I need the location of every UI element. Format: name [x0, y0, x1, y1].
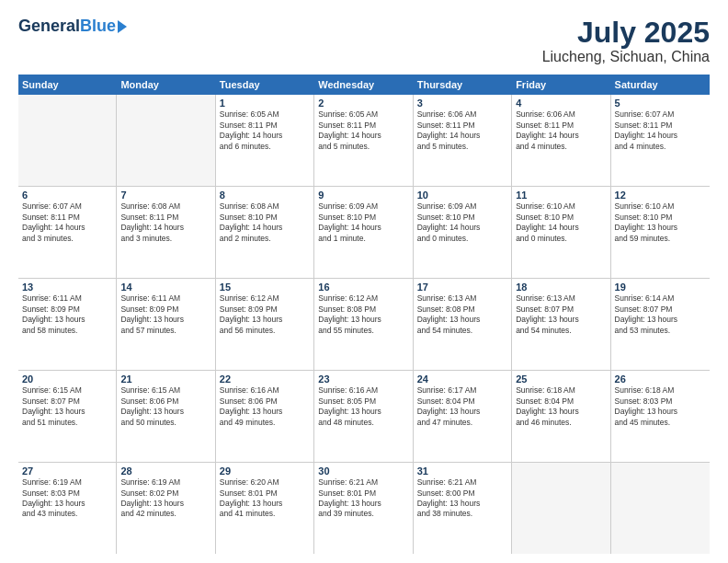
cell-line: and 39 minutes.	[318, 509, 408, 519]
calendar-cell: 25Sunrise: 6:18 AMSunset: 8:04 PMDayligh…	[512, 371, 610, 462]
cell-line: Sunset: 8:01 PM	[318, 488, 408, 499]
cell-line: Sunrise: 6:13 AM	[516, 293, 606, 304]
day-number: 30	[318, 465, 408, 477]
calendar-cell: 1Sunrise: 6:05 AMSunset: 8:11 PMDaylight…	[216, 95, 314, 186]
calendar-cell: 11Sunrise: 6:10 AMSunset: 8:10 PMDayligh…	[512, 187, 610, 278]
cell-line: Sunset: 8:08 PM	[417, 304, 507, 315]
cell-line: Sunrise: 6:05 AM	[220, 109, 310, 120]
cell-line: Sunrise: 6:05 AM	[318, 109, 408, 120]
main-title: July 2025	[542, 17, 710, 49]
day-number: 8	[220, 190, 310, 201]
calendar-cell: 16Sunrise: 6:12 AMSunset: 8:08 PMDayligh…	[314, 279, 413, 370]
cell-line: Daylight: 13 hours	[22, 315, 112, 325]
calendar-cell: 20Sunrise: 6:15 AMSunset: 8:07 PMDayligh…	[18, 371, 117, 462]
cell-line: Sunset: 8:02 PM	[120, 488, 210, 499]
weekday-header-sunday: Sunday	[18, 75, 117, 95]
day-number: 21	[120, 373, 210, 385]
calendar-cell: 18Sunrise: 6:13 AMSunset: 8:07 PMDayligh…	[512, 279, 610, 370]
calendar-cell: 8Sunrise: 6:08 AMSunset: 8:10 PMDaylight…	[216, 187, 314, 278]
cell-line: Daylight: 14 hours	[516, 223, 606, 233]
day-number: 28	[120, 465, 210, 477]
cell-line: Daylight: 13 hours	[516, 315, 606, 325]
cell-line: Sunrise: 6:19 AM	[120, 477, 210, 488]
calendar-cell	[611, 463, 710, 554]
cell-line: Sunset: 8:11 PM	[22, 213, 112, 223]
cell-line: Sunset: 8:07 PM	[516, 304, 606, 315]
cell-line: Daylight: 13 hours	[120, 407, 210, 417]
cell-line: Sunrise: 6:18 AM	[516, 385, 606, 396]
day-number: 24	[417, 373, 507, 385]
cell-line: Sunrise: 6:14 AM	[615, 293, 706, 304]
logo-text: General Blue	[18, 17, 127, 36]
day-number: 16	[318, 282, 408, 293]
cell-line: Sunrise: 6:15 AM	[120, 385, 210, 396]
cell-line: and 3 minutes.	[120, 234, 210, 244]
cell-line: Sunset: 8:07 PM	[22, 396, 112, 407]
calendar-cell: 17Sunrise: 6:13 AMSunset: 8:08 PMDayligh…	[414, 279, 512, 370]
cell-line: and 3 minutes.	[22, 234, 112, 244]
calendar-cell: 10Sunrise: 6:09 AMSunset: 8:10 PMDayligh…	[414, 187, 512, 278]
cell-line: Daylight: 13 hours	[615, 407, 706, 417]
cell-line: Sunset: 8:11 PM	[120, 213, 210, 223]
cell-line: Daylight: 14 hours	[318, 131, 408, 141]
weekday-header-tuesday: Tuesday	[216, 75, 314, 95]
cell-line: Sunset: 8:10 PM	[615, 213, 706, 223]
calendar-cell: 30Sunrise: 6:21 AMSunset: 8:01 PMDayligh…	[314, 463, 413, 554]
cell-line: Sunset: 8:05 PM	[318, 396, 408, 407]
weekday-header-wednesday: Wednesday	[314, 75, 413, 95]
cell-line: Sunrise: 6:13 AM	[417, 293, 507, 304]
cell-line: Sunset: 8:10 PM	[318, 213, 408, 223]
cell-line: Daylight: 13 hours	[220, 315, 310, 325]
header: General Blue July 2025 Liucheng, Sichuan…	[18, 17, 710, 65]
calendar-header: SundayMondayTuesdayWednesdayThursdayFrid…	[18, 75, 710, 95]
calendar-body: 1Sunrise: 6:05 AMSunset: 8:11 PMDaylight…	[18, 95, 710, 554]
weekday-header-saturday: Saturday	[611, 75, 710, 95]
cell-line: Sunrise: 6:09 AM	[417, 201, 507, 212]
cell-line: Sunrise: 6:07 AM	[22, 201, 112, 212]
calendar-cell: 4Sunrise: 6:06 AMSunset: 8:11 PMDaylight…	[512, 95, 610, 186]
cell-line: Daylight: 13 hours	[22, 407, 112, 417]
day-number: 4	[516, 98, 606, 109]
day-number: 12	[615, 190, 706, 201]
cell-line: and 0 minutes.	[417, 234, 507, 244]
cell-line: Sunrise: 6:12 AM	[318, 293, 408, 304]
cell-line: and 57 minutes.	[120, 326, 210, 336]
calendar-cell	[18, 95, 117, 186]
cell-line: Sunrise: 6:07 AM	[615, 109, 706, 120]
cell-line: Sunrise: 6:19 AM	[22, 477, 112, 488]
calendar-cell: 23Sunrise: 6:16 AMSunset: 8:05 PMDayligh…	[314, 371, 413, 462]
day-number: 7	[120, 190, 210, 201]
cell-line: Sunset: 8:08 PM	[318, 304, 408, 315]
calendar-cell: 9Sunrise: 6:09 AMSunset: 8:10 PMDaylight…	[314, 187, 413, 278]
cell-line: Sunset: 8:09 PM	[120, 304, 210, 315]
calendar-cell: 19Sunrise: 6:14 AMSunset: 8:07 PMDayligh…	[611, 279, 710, 370]
cell-line: Sunset: 8:11 PM	[417, 121, 507, 131]
cell-line: Sunset: 8:10 PM	[220, 213, 310, 223]
cell-line: Daylight: 14 hours	[120, 223, 210, 233]
logo-arrow-icon	[118, 20, 127, 33]
logo: General Blue	[18, 17, 127, 36]
cell-line: and 42 minutes.	[120, 509, 210, 519]
cell-line: and 54 minutes.	[516, 326, 606, 336]
day-number: 14	[120, 282, 210, 293]
calendar-cell: 29Sunrise: 6:20 AMSunset: 8:01 PMDayligh…	[216, 463, 314, 554]
calendar-cell: 14Sunrise: 6:11 AMSunset: 8:09 PMDayligh…	[117, 279, 215, 370]
weekday-header-thursday: Thursday	[414, 75, 512, 95]
cell-line: Sunset: 8:11 PM	[318, 121, 408, 131]
cell-line: and 2 minutes.	[220, 234, 310, 244]
cell-line: Sunrise: 6:12 AM	[220, 293, 310, 304]
day-number: 31	[417, 465, 507, 477]
day-number: 22	[220, 373, 310, 385]
cell-line: Daylight: 13 hours	[318, 499, 408, 509]
cell-line: Sunset: 8:03 PM	[22, 488, 112, 499]
day-number: 10	[417, 190, 507, 201]
cell-line: Daylight: 13 hours	[615, 315, 706, 325]
cell-line: Sunset: 8:03 PM	[615, 396, 706, 407]
day-number: 19	[615, 282, 706, 293]
day-number: 27	[22, 465, 112, 477]
day-number: 11	[516, 190, 606, 201]
calendar-cell: 5Sunrise: 6:07 AMSunset: 8:11 PMDaylight…	[611, 95, 710, 186]
cell-line: Sunset: 8:11 PM	[615, 121, 706, 131]
cell-line: Sunrise: 6:10 AM	[615, 201, 706, 212]
cell-line: Daylight: 14 hours	[220, 223, 310, 233]
